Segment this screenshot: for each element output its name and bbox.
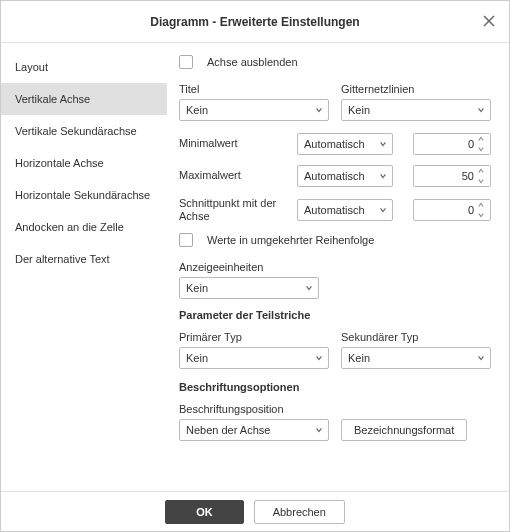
primary-type-label: Primärer Typ xyxy=(179,331,329,343)
label-section-title: Beschriftungsoptionen xyxy=(179,381,491,393)
sidebar-item-label: Der alternative Text xyxy=(15,253,110,265)
select-value: Kein xyxy=(186,282,208,294)
select-value: Kein xyxy=(348,104,370,116)
hide-axis-label: Achse ausblenden xyxy=(207,56,298,68)
dialog-titlebar: Diagramm - Erweiterte Einstellungen xyxy=(1,1,509,43)
spinner-arrows[interactable] xyxy=(477,168,487,184)
chevron-down-icon xyxy=(315,104,323,116)
display-units-label: Anzeigeeinheiten xyxy=(179,261,491,273)
chevron-down-icon xyxy=(315,352,323,364)
sidebar-item-layout[interactable]: Layout xyxy=(1,51,167,83)
select-value: Kein xyxy=(348,352,370,364)
sidebar-item-horizontal-secondary-axis[interactable]: Horizontale Sekundärachse xyxy=(1,179,167,211)
content-panel: Achse ausblenden Titel Kein Gitternetzli… xyxy=(167,43,509,491)
chevron-down-icon xyxy=(477,104,485,116)
max-value-spinner[interactable]: 50 xyxy=(413,165,491,187)
spinner-arrows[interactable] xyxy=(477,136,487,152)
close-icon xyxy=(481,13,497,29)
max-label: Maximalwert xyxy=(179,169,289,182)
chevron-up-icon xyxy=(477,136,485,142)
sidebar-item-label: Horizontale Achse xyxy=(15,157,104,169)
hide-axis-checkbox[interactable] xyxy=(179,55,193,69)
sidebar-item-label: Andocken an die Zelle xyxy=(15,221,124,233)
chevron-down-icon xyxy=(379,138,387,150)
secondary-type-select[interactable]: Kein xyxy=(341,347,491,369)
button-label: Bezeichnungsformat xyxy=(354,424,454,436)
chevron-down-icon xyxy=(477,352,485,364)
display-units-select[interactable]: Kein xyxy=(179,277,319,299)
reverse-order-label: Werte in umgekehrter Reihenfolge xyxy=(207,234,374,246)
dialog-footer: OK Abbrechen xyxy=(1,491,509,531)
select-value: Automatisch xyxy=(304,204,365,216)
sidebar-item-horizontal-axis[interactable]: Horizontale Achse xyxy=(1,147,167,179)
gridlines-label: Gitternetzlinien xyxy=(341,83,491,95)
select-value: Kein xyxy=(186,104,208,116)
ok-button[interactable]: OK xyxy=(165,500,244,524)
button-label: OK xyxy=(196,506,213,518)
title-label: Titel xyxy=(179,83,329,95)
cross-label: Schnittpunkt mit der Achse xyxy=(179,197,289,223)
chevron-up-icon xyxy=(477,168,485,174)
chevron-up-icon xyxy=(477,202,485,208)
close-button[interactable] xyxy=(481,13,497,29)
reverse-order-checkbox[interactable] xyxy=(179,233,193,247)
min-mode-select[interactable]: Automatisch xyxy=(297,133,393,155)
sidebar-item-dock-to-cell[interactable]: Andocken an die Zelle xyxy=(1,211,167,243)
sidebar: Layout Vertikale Achse Vertikale Sekundä… xyxy=(1,43,167,491)
primary-type-select[interactable]: Kein xyxy=(179,347,329,369)
select-value: Automatisch xyxy=(304,138,365,150)
label-format-button[interactable]: Bezeichnungsformat xyxy=(341,419,467,441)
title-select[interactable]: Kein xyxy=(179,99,329,121)
min-value-spinner[interactable]: 0 xyxy=(413,133,491,155)
sidebar-item-vertical-secondary-axis[interactable]: Vertikale Sekundärachse xyxy=(1,115,167,147)
select-value: Automatisch xyxy=(304,170,365,182)
chevron-down-icon xyxy=(379,204,387,216)
button-label: Abbrechen xyxy=(273,506,326,518)
sidebar-item-label: Horizontale Sekundärachse xyxy=(15,189,150,201)
label-pos-label: Beschriftungsposition xyxy=(179,403,491,415)
tick-section-title: Parameter der Teilstriche xyxy=(179,309,491,321)
gridlines-select[interactable]: Kein xyxy=(341,99,491,121)
min-label: Minimalwert xyxy=(179,137,289,150)
sidebar-item-label: Layout xyxy=(15,61,48,73)
dialog-title: Diagramm - Erweiterte Einstellungen xyxy=(150,15,359,29)
cross-mode-select[interactable]: Automatisch xyxy=(297,199,393,221)
chevron-down-icon xyxy=(477,212,485,218)
sidebar-item-label: Vertikale Sekundärachse xyxy=(15,125,137,137)
sidebar-item-alt-text[interactable]: Der alternative Text xyxy=(1,243,167,275)
select-value: Kein xyxy=(186,352,208,364)
spinner-arrows[interactable] xyxy=(477,202,487,218)
select-value: Neben der Achse xyxy=(186,424,270,436)
secondary-type-label: Sekundärer Typ xyxy=(341,331,491,343)
chevron-down-icon xyxy=(305,282,313,294)
sidebar-item-label: Vertikale Achse xyxy=(15,93,90,105)
cross-value-spinner[interactable]: 0 xyxy=(413,199,491,221)
label-pos-select[interactable]: Neben der Achse xyxy=(179,419,329,441)
sidebar-item-vertical-axis[interactable]: Vertikale Achse xyxy=(1,83,167,115)
cancel-button[interactable]: Abbrechen xyxy=(254,500,345,524)
chevron-down-icon xyxy=(315,424,323,436)
chevron-down-icon xyxy=(379,170,387,182)
max-mode-select[interactable]: Automatisch xyxy=(297,165,393,187)
chevron-down-icon xyxy=(477,146,485,152)
chevron-down-icon xyxy=(477,178,485,184)
